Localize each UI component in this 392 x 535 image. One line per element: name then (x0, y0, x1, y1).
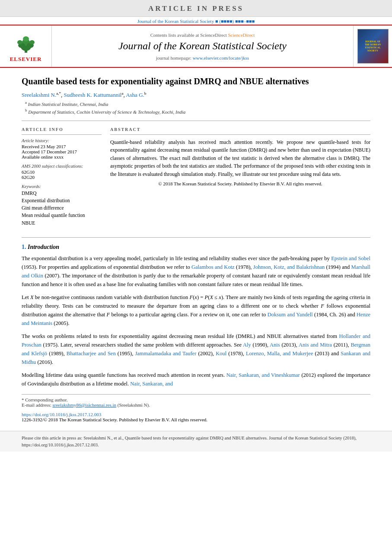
aip-banner: ARTICLE IN PRESS (0, 0, 392, 17)
intro-para-4: Modelling lifetime data using quantile f… (22, 371, 370, 388)
header-area: ELSEVIER Contents lists available at Sci… (0, 25, 392, 68)
journal-ref-text: Journal of the Korean Statistical Societ… (137, 19, 255, 24)
elsevier-tree-icon (13, 30, 39, 54)
intro-para-2: Let X be non-negative continuous random … (22, 293, 370, 328)
abstract-label: ABSTRACT (110, 127, 370, 132)
sciencedirect-url[interactable]: ScienceDirect (228, 32, 255, 38)
ref-doksum[interactable]: Doksum and Yandell (268, 312, 313, 318)
divider-1 (22, 121, 370, 121)
sciencedirect-link: Contents lists available at ScienceDirec… (150, 32, 255, 38)
abstract-text: Quantile-based reliability analysis has … (110, 138, 370, 178)
journal-homepage: journal homepage: www.elsevier.com/locat… (156, 55, 249, 61)
ams-code-2: 62G20 (22, 175, 102, 180)
elsevier-section: ELSEVIER (0, 25, 52, 67)
author2-sup: a (121, 91, 123, 96)
page: ARTICLE IN PRESS Journal of the Korean S… (0, 0, 392, 535)
ref-anis-mitra[interactable]: Anis and Mitra (299, 342, 332, 348)
author2-name: Sudheesh K. Kattumannil (64, 92, 121, 98)
author3-sup: b (144, 91, 147, 96)
keyword-1: DMRQ (22, 190, 102, 197)
issn-text: 1226-3192/© 2018 The Korean Statistical … (22, 417, 207, 422)
ref-bhattacharjee[interactable]: Bhattacharjee and Sen (67, 350, 116, 357)
intro-para-1: The exponential distribution is a very a… (22, 254, 370, 289)
ref-galambos[interactable]: Galambos and Kotz (191, 264, 235, 270)
corresponding-note: * Corresponding author. (22, 397, 370, 402)
keyword-5: NBUE (22, 220, 102, 227)
journal-title: Journal of the Korean Statistical Societ… (118, 40, 287, 52)
ref-aly[interactable]: Aly (243, 342, 251, 348)
doi-area: https://doi.org/10.1016/j.jkss.2017.12.0… (22, 412, 370, 422)
cover-text: JOURNAL OF THE KOREAN STATISTICAL SOCIET… (365, 40, 381, 53)
doi-link[interactable]: https://doi.org/10.1016/j.jkss.2017.12.0… (22, 412, 101, 417)
ams-label: AMS 2000 subject classifications: (22, 164, 102, 169)
ams-code-1: 62G10 (22, 169, 102, 175)
keywords-block: Keywords: DMRQ Exponential distribution … (22, 184, 102, 227)
aip-text: ARTICLE IN PRESS (148, 4, 244, 13)
ams-block: AMS 2000 subject classifications: 62G10 … (22, 164, 102, 180)
affiliation-b: b Department of Statistics, Cochin Unive… (25, 108, 370, 115)
section-title: Introduction (28, 244, 59, 250)
section-heading: 1. Introduction (22, 244, 370, 251)
abstract-copyright: © 2018 The Korean Statistical Society. P… (110, 181, 370, 186)
ref-henze[interactable]: Henze and Meintanis (22, 312, 370, 326)
footer-cite-text: Please cite this article in press as: Sr… (22, 436, 357, 447)
keyword-2: Exponential distribution (22, 197, 102, 204)
keyword-4: Mean residual quantile function (22, 212, 102, 219)
history-label: Article history: (22, 138, 102, 143)
journal-cover-image: JOURNAL OF THE KOREAN STATISTICAL SOCIET… (357, 29, 389, 64)
elsevier-wordmark: ELSEVIER (10, 56, 42, 63)
homepage-url[interactable]: www.elsevier.com/locate/jkss (193, 55, 249, 61)
ref-johnson[interactable]: Johnson, Kotz, and Balakrishnan (253, 264, 325, 270)
affiliation-a: a Indian Statistical Institute, Chennai,… (25, 100, 370, 107)
article-info-col: ARTICLE INFO Article history: Received 2… (22, 127, 102, 231)
ref-koul[interactable]: Koul (216, 350, 226, 357)
accepted-date: Accepted 17 December 2017 (22, 149, 102, 154)
ref-nair2[interactable]: Nair, Sankaran, and (130, 381, 173, 387)
article-title: Quantile based tests for exponentiality … (22, 76, 370, 87)
article-history-block: Article history: Received 23 May 2017 Ac… (22, 138, 102, 159)
author-email[interactable]: sreelakshmy86@isichennai.res.in (52, 402, 116, 408)
keyword-3: Gini mean difference (22, 204, 102, 212)
elsevier-logo: ELSEVIER (10, 30, 42, 63)
author1-sup: a,* (56, 91, 61, 96)
abstract-col: ABSTRACT Quantile-based reliability anal… (110, 127, 370, 231)
header-center: Contents lists available at ScienceDirec… (52, 25, 353, 67)
svg-point-3 (23, 36, 29, 41)
article-info-label: ARTICLE INFO (22, 127, 102, 132)
ref-jammal[interactable]: Jammalamadaka and Taufer (135, 350, 196, 357)
svg-point-7 (29, 40, 35, 45)
received-date: Received 23 May 2017 (22, 144, 102, 149)
authors-line: Sreelakshmi N.a,*, Sudheesh K. Kattumann… (22, 91, 370, 99)
author3-name: Asha G. (126, 92, 144, 98)
ref-anis[interactable]: Anis (270, 342, 280, 348)
ref-nair1[interactable]: Nair, Sankaran, and Vineshkumar (226, 372, 300, 378)
ref-epstein[interactable]: Epstein and Sobel (331, 255, 370, 261)
journal-ref: Journal of the Korean Statistical Societ… (0, 17, 392, 25)
divider-2 (22, 237, 370, 238)
article-body: Quantile based tests for exponentiality … (0, 68, 392, 427)
email-note: E-mail address: sreelakshmy86@isichennai… (22, 402, 370, 408)
article-info-abstract: ARTICLE INFO Article history: Received 2… (22, 127, 370, 231)
footer-cite: Please cite this article in press as: Sr… (0, 431, 392, 452)
intro-section: 1. Introduction The exponential distribu… (22, 244, 370, 388)
ref-lorenzo[interactable]: Lorenzo, Malla, and Mukerjee (246, 350, 313, 357)
svg-point-6 (17, 40, 22, 45)
section-num: 1. (22, 244, 26, 250)
intro-para-3: The works on problems related to tests f… (22, 332, 370, 366)
author1-name: Sreelakshmi N. (22, 92, 56, 98)
keywords-label: Keywords: (22, 184, 102, 189)
footnote-area: * Corresponding author. E-mail address: … (22, 394, 370, 408)
available-date: Available online xxxx (22, 154, 102, 159)
header-right: JOURNAL OF THE KOREAN STATISTICAL SOCIET… (353, 25, 392, 67)
